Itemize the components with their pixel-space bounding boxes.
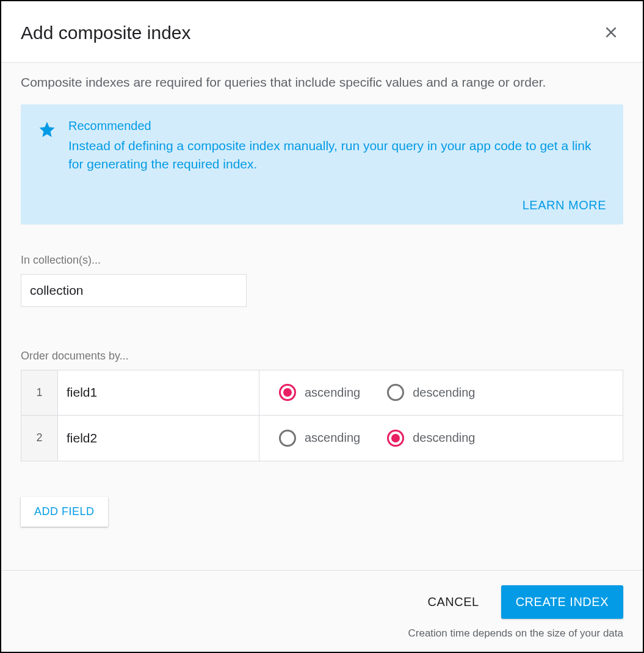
- learn-more-link[interactable]: LEARN MORE: [523, 198, 606, 212]
- ascending-radio[interactable]: ascending: [279, 430, 360, 447]
- collection-input[interactable]: [21, 274, 247, 307]
- add-field-button[interactable]: ADD FIELD: [21, 497, 108, 527]
- close-button[interactable]: [599, 21, 623, 45]
- radio-unchecked-icon: [387, 384, 404, 401]
- cancel-button[interactable]: CANCEL: [428, 595, 479, 609]
- radio-unchecked-icon: [279, 430, 296, 447]
- create-index-button[interactable]: CREATE INDEX: [501, 585, 623, 619]
- field-name-input[interactable]: [58, 370, 259, 415]
- descending-label: descending: [413, 386, 475, 400]
- order-row: 2 ascending descending: [21, 416, 623, 461]
- order-table: 1 ascending descending 2: [21, 370, 623, 461]
- dialog-header: Add composite index: [1, 1, 643, 63]
- recommendation-body: Instead of defining a composite index ma…: [68, 137, 606, 174]
- field-name-input[interactable]: [58, 416, 259, 461]
- ascending-label: ascending: [305, 431, 360, 445]
- descending-radio[interactable]: descending: [387, 430, 475, 447]
- radio-checked-icon: [387, 430, 404, 447]
- star-icon: [38, 119, 56, 174]
- collection-label: In collection(s)...: [21, 254, 623, 267]
- footer-note: Creation time depends on the size of you…: [21, 627, 623, 640]
- recommendation-box: Recommended Instead of defining a compos…: [21, 104, 623, 225]
- dialog-description: Composite indexes are required for queri…: [21, 75, 623, 90]
- recommendation-title: Recommended: [68, 119, 606, 133]
- dialog-title: Add composite index: [21, 23, 191, 43]
- radio-checked-icon: [279, 384, 296, 401]
- order-row: 1 ascending descending: [21, 370, 623, 416]
- dialog-footer: CANCEL CREATE INDEX Creation time depend…: [1, 570, 643, 652]
- descending-label: descending: [413, 431, 475, 445]
- close-icon: [603, 24, 619, 42]
- ascending-radio[interactable]: ascending: [279, 384, 360, 401]
- row-number: 1: [21, 370, 58, 415]
- row-number: 2: [21, 416, 58, 461]
- order-label: Order documents by...: [21, 350, 623, 363]
- dialog-body: Composite indexes are required for queri…: [1, 63, 643, 570]
- ascending-label: ascending: [305, 386, 360, 400]
- descending-radio[interactable]: descending: [387, 384, 475, 401]
